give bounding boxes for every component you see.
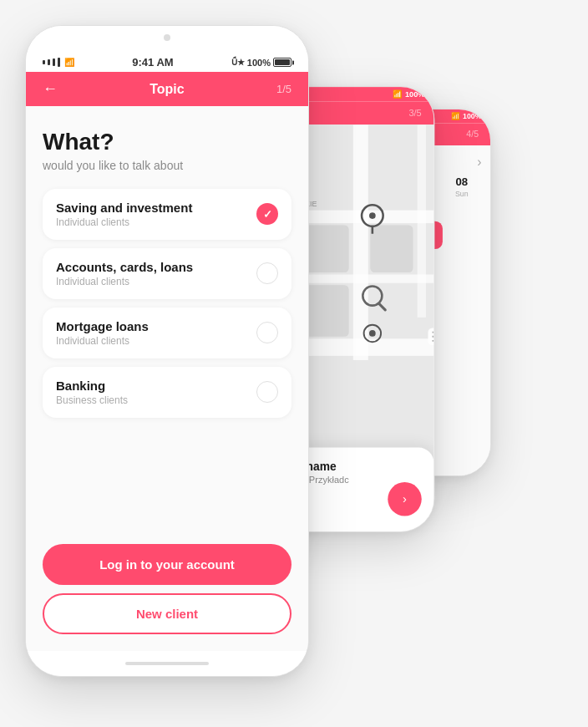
battery-icon bbox=[273, 58, 291, 67]
phone1-screen-content: What? would you like to talk about Savin… bbox=[26, 106, 308, 651]
topic-text-accounts: Accounts, cards, loans Individual client… bbox=[56, 260, 193, 287]
topic-title-banking: Banking bbox=[56, 379, 128, 393]
phone1-battery: 100% bbox=[247, 58, 271, 68]
svg-point-13 bbox=[369, 212, 376, 219]
topic-subtitle-banking: Business clients bbox=[56, 394, 128, 406]
phone1-top-bar bbox=[26, 26, 308, 49]
topic-item-mortgage[interactable]: Mortgage loans Individual clients bbox=[43, 308, 291, 358]
signal-bar-1 bbox=[43, 60, 45, 64]
svg-rect-9 bbox=[370, 226, 413, 272]
phone1-time: 9:41 AM bbox=[132, 56, 173, 69]
topic-options-list: Saving and investment Individual clients… bbox=[43, 189, 291, 418]
battery-fill bbox=[275, 59, 290, 65]
signal-icons: 📶 bbox=[43, 58, 74, 67]
go-button[interactable]: › bbox=[388, 482, 421, 516]
action-buttons: Log in to your account New client bbox=[43, 536, 291, 634]
nav-progress: 1/5 bbox=[276, 83, 291, 95]
screen-subheading: would you like to talk about bbox=[43, 159, 291, 172]
radio-accounts bbox=[256, 262, 278, 284]
topic-text-mortgage: Mortgage loans Individual clients bbox=[56, 319, 149, 347]
new-client-button[interactable]: New client bbox=[43, 593, 291, 634]
screen-heading: What? bbox=[43, 130, 291, 155]
topic-text-saving: Saving and investment Individual clients bbox=[56, 201, 192, 228]
topic-subtitle-saving: Individual clients bbox=[56, 216, 192, 228]
phone2-progress: 3/5 bbox=[408, 108, 421, 119]
topic-title-saving: Saving and investment bbox=[56, 201, 192, 215]
topic-item-banking[interactable]: Banking Business clients bbox=[43, 367, 291, 418]
nav-title: Topic bbox=[150, 82, 184, 97]
cal-day-3[interactable]: 08 Sun bbox=[442, 175, 482, 197]
svg-point-18 bbox=[369, 330, 376, 337]
topic-subtitle-accounts: Individual clients bbox=[56, 276, 193, 287]
phone1-nav-bar: ← Topic 1/5 bbox=[26, 72, 308, 106]
wifi-icon: 📶 bbox=[64, 58, 74, 67]
topic-title-mortgage: Mortgage loans bbox=[56, 319, 149, 333]
phone3-bluetooth-icon: 📶 bbox=[451, 112, 460, 120]
home-bar[interactable] bbox=[125, 662, 209, 665]
signal-bar-2 bbox=[48, 59, 50, 65]
phone2-bluetooth-icon: 📶 bbox=[393, 90, 402, 99]
back-button[interactable]: ← bbox=[43, 80, 58, 98]
bluetooth-icon: Ǘ★ bbox=[231, 58, 245, 67]
phone1-heading-block: What? would you like to talk about bbox=[43, 130, 291, 172]
topic-text-banking: Banking Business clients bbox=[56, 379, 128, 406]
topic-subtitle-mortgage: Individual clients bbox=[56, 335, 149, 347]
svg-rect-6 bbox=[418, 125, 426, 318]
battery-container: Ǘ★ 100% bbox=[231, 58, 291, 68]
radio-mortgage bbox=[256, 322, 278, 343]
phone-1: 📶 9:41 AM Ǘ★ 100% ← Topic 1/5 What? wo bbox=[25, 25, 309, 677]
phone1-status-bar: 📶 9:41 AM Ǘ★ 100% bbox=[26, 49, 308, 72]
chevron-right-icon[interactable]: › bbox=[477, 155, 481, 170]
radio-checked-saving bbox=[256, 203, 278, 225]
log-in-button[interactable]: Log in to your account bbox=[43, 544, 291, 585]
phone3-battery: 100% bbox=[463, 112, 482, 120]
topic-item-saving[interactable]: Saving and investment Individual clients bbox=[43, 189, 291, 240]
svg-rect-5 bbox=[353, 125, 368, 360]
phone3-progress: 4/5 bbox=[466, 130, 479, 140]
radio-banking bbox=[256, 381, 278, 403]
topic-title-accounts: Accounts, cards, loans bbox=[56, 260, 193, 274]
home-indicator bbox=[26, 651, 308, 676]
signal-bar-3 bbox=[53, 58, 55, 66]
signal-bar-4 bbox=[58, 58, 60, 67]
phone2-battery: 100% bbox=[405, 90, 425, 99]
camera-dot bbox=[164, 34, 170, 41]
topic-item-accounts[interactable]: Accounts, cards, loans Individual client… bbox=[43, 248, 291, 299]
